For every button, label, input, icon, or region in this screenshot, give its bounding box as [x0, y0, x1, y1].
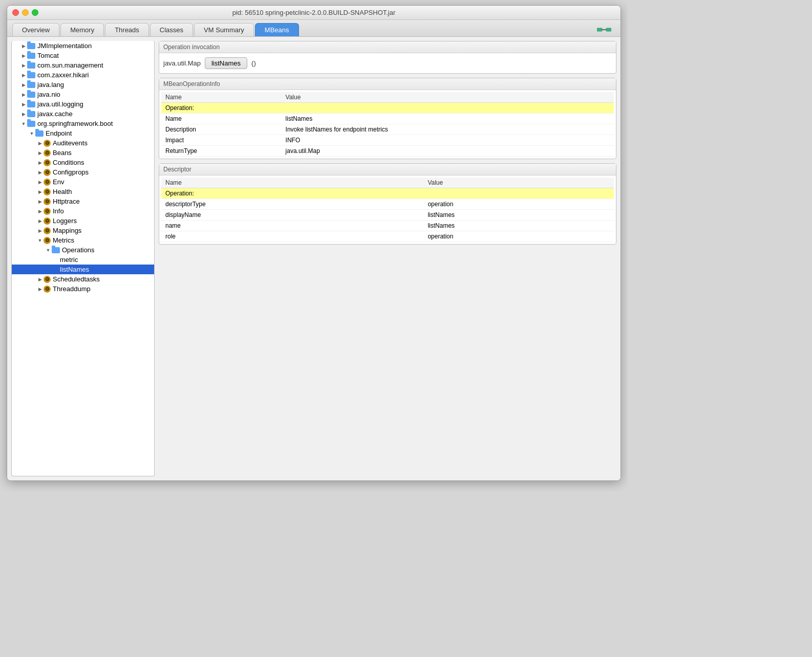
tab-overview[interactable]: Overview — [12, 23, 59, 36]
folder-icon — [27, 43, 35, 49]
maximize-button[interactable] — [32, 9, 38, 16]
table-cell-name: role — [161, 231, 423, 242]
gear-icon: ⚙ — [44, 217, 51, 225]
sidebar-item-com-sun[interactable]: ▶ com.sun.management — [12, 60, 154, 70]
minimize-button[interactable] — [22, 9, 29, 16]
table-cell-name: ReturnType — [161, 146, 282, 157]
chevron-right-icon: ▶ — [36, 149, 44, 157]
chevron-right-icon: ▶ — [20, 91, 27, 98]
operation-invocation-panel: Operation invocation java.util.Map listN… — [159, 41, 616, 74]
sidebar-item-configprops[interactable]: ▶ ⚙ Configprops — [12, 167, 154, 177]
sidebar-item-mappings[interactable]: ▶ ⚙ Mappings — [12, 226, 154, 235]
sidebar-item-operations[interactable]: ▼ Operations — [12, 245, 154, 255]
sidebar-label: Httptrace — [53, 198, 80, 205]
folder-icon — [35, 130, 44, 137]
gear-icon: ⚙ — [44, 169, 51, 176]
tab-threads[interactable]: Threads — [105, 23, 149, 36]
gear-icon: ⚙ — [44, 179, 51, 186]
chevron-right-icon: ▶ — [20, 81, 27, 89]
folder-icon — [52, 247, 60, 253]
sidebar-label: Threaddump — [53, 285, 91, 293]
tab-memory[interactable]: Memory — [60, 23, 104, 36]
main-window: pid: 56510 spring-petclinic-2.0.0.BUILD-… — [7, 5, 621, 481]
op-invocation-content: java.util.Map listNames () — [159, 53, 616, 73]
tab-classes[interactable]: Classes — [150, 23, 193, 36]
sidebar-item-scheduledtasks[interactable]: ▶ ⚙ Scheduledtasks — [12, 274, 154, 284]
chevron-right-icon: ▶ — [36, 140, 44, 147]
list-names-button[interactable]: listNames — [205, 57, 247, 69]
sidebar-item-java-lang[interactable]: ▶ java.lang — [12, 80, 154, 90]
sidebar-label: org.springframework.boot — [37, 120, 113, 127]
gear-icon: ⚙ — [44, 159, 51, 166]
svg-rect-0 — [597, 28, 602, 31]
descriptor-table-container: Name Value Operation:descriptorTypeopera… — [159, 176, 616, 244]
mbean-operation-info-panel: MBeanOperationInfo Name Value Operation:… — [159, 78, 616, 159]
sidebar-label: com.sun.management — [37, 61, 103, 69]
sidebar-label: com.zaxxer.hikari — [37, 71, 89, 79]
sidebar-item-java-nio[interactable]: ▶ java.nio — [12, 90, 154, 99]
mbean-info-table: Name Value Operation:NamelistNamesDescri… — [161, 92, 614, 157]
sidebar-item-beans[interactable]: ▶ ⚙ Beans — [12, 148, 154, 158]
sidebar-item-com-zaxxer[interactable]: ▶ com.zaxxer.hikari — [12, 70, 154, 80]
sidebar-label: Mappings — [53, 227, 81, 234]
sidebar-item-metrics[interactable]: ▼ ⚙ Metrics — [12, 235, 154, 245]
table-cell-value: operation — [423, 231, 614, 242]
table-cell-value: listNames — [282, 114, 614, 124]
right-panel: Operation invocation java.util.Map listN… — [155, 37, 621, 480]
chevron-down-icon: ▼ — [20, 120, 27, 127]
sidebar-label: Auditevents — [53, 139, 88, 147]
gear-icon: ⚙ — [44, 140, 51, 147]
table-row: Operation: — [161, 188, 614, 199]
sidebar-item-info[interactable]: ▶ ⚙ Info — [12, 206, 154, 216]
tab-mbeans[interactable]: MBeans — [255, 23, 299, 36]
sidebar: ▶ JMImplementation ▶ Tomcat ▶ com.sun.ma… — [11, 41, 155, 476]
table-cell-name: name — [161, 221, 423, 231]
chevron-down-icon: ▼ — [36, 237, 44, 244]
folder-icon — [27, 92, 35, 98]
gear-icon: ⚙ — [44, 276, 51, 283]
mbean-operation-info-title: MBeanOperationInfo — [159, 78, 616, 90]
sidebar-label: java.util.logging — [37, 100, 83, 108]
table-cell-value — [282, 103, 614, 114]
sidebar-item-loggers[interactable]: ▶ ⚙ Loggers — [12, 216, 154, 226]
table-cell-value: operation — [423, 199, 614, 210]
descriptor-title: Descriptor — [159, 164, 616, 176]
sidebar-label: JMImplementation — [37, 42, 92, 50]
sidebar-item-listnames[interactable]: ▶ listNames — [12, 265, 154, 274]
folder-icon — [27, 53, 35, 59]
table-row: roleoperation — [161, 231, 614, 242]
chevron-right-icon: ▶ — [36, 169, 44, 176]
col-header-value: Value — [282, 92, 614, 103]
sidebar-item-auditevents[interactable]: ▶ ⚙ Auditevents — [12, 138, 154, 148]
chevron-right-icon: ▶ — [20, 101, 27, 108]
sidebar-item-tomcat[interactable]: ▶ Tomcat — [12, 51, 154, 60]
sidebar-label: metric — [60, 256, 78, 264]
sidebar-item-javax-cache[interactable]: ▶ javax.cache — [12, 109, 154, 119]
sidebar-item-org-springframework[interactable]: ▼ org.springframework.boot — [12, 119, 154, 128]
sidebar-item-threaddump[interactable]: ▶ ⚙ Threaddump — [12, 284, 154, 294]
chevron-right-icon: ▶ — [36, 159, 44, 166]
tab-vm-summary[interactable]: VM Summary — [194, 23, 254, 36]
sidebar-label: Scheduledtasks — [53, 275, 100, 283]
table-row: DescriptionInvoke listNames for endpoint… — [161, 124, 614, 135]
sidebar-item-jmimplementation[interactable]: ▶ JMImplementation — [12, 41, 154, 51]
sidebar-item-httptrace[interactable]: ▶ ⚙ Httptrace — [12, 196, 154, 206]
chevron-right-icon: ▶ — [36, 286, 44, 293]
col-header-value: Value — [423, 178, 614, 188]
sidebar-item-conditions[interactable]: ▶ ⚙ Conditions — [12, 158, 154, 167]
sidebar-item-health[interactable]: ▶ ⚙ Health — [12, 187, 154, 196]
chevron-down-icon: ▼ — [28, 130, 35, 137]
close-button[interactable] — [12, 9, 19, 16]
folder-icon — [27, 101, 35, 107]
chevron-right-icon: ▶ — [20, 72, 27, 79]
sidebar-item-env[interactable]: ▶ ⚙ Env — [12, 177, 154, 187]
table-row: descriptorTypeoperation — [161, 199, 614, 210]
chevron-right-icon: ▶ — [36, 276, 44, 283]
sidebar-item-metric[interactable]: ▶ metric — [12, 255, 154, 265]
gear-icon: ⚙ — [44, 149, 51, 157]
traffic-lights — [12, 9, 38, 16]
sidebar-item-java-util-logging[interactable]: ▶ java.util.logging — [12, 99, 154, 109]
col-header-name: Name — [161, 178, 423, 188]
sidebar-item-endpoint[interactable]: ▼ Endpoint — [12, 128, 154, 138]
chevron-right-icon: ▶ — [36, 198, 44, 205]
